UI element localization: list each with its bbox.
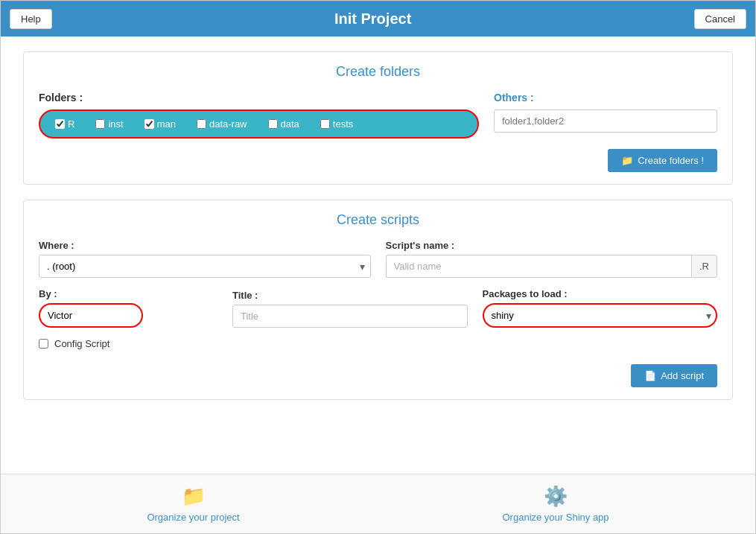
create-scripts-title: Create scripts (39, 212, 717, 228)
scripts-name-group: Script's name : .R (386, 240, 718, 278)
add-script-label: Add script (661, 370, 704, 381)
packages-label: Packages to load : (483, 288, 718, 299)
scripts-row-1: Where : . (root) R/ inst/ man/ ▾ (39, 240, 717, 278)
page-title: Init Project (52, 10, 694, 28)
create-folders-btn-label: Create folders ! (638, 155, 704, 166)
add-script-button[interactable]: 📄 Add script (631, 364, 717, 387)
checkbox-data-raw[interactable]: data-raw (186, 114, 258, 134)
folders-row: Folders : R inst man data-raw (39, 92, 717, 139)
footer: 📁 Organize your project ⚙️ Organize your… (1, 474, 755, 533)
scripts-name-wrap: .R (386, 255, 718, 278)
title-group: Title : (232, 290, 468, 328)
checkbox-man[interactable]: man (134, 114, 186, 134)
checkbox-inst-input[interactable] (95, 119, 105, 129)
scripts-name-label: Script's name : (386, 240, 718, 251)
organize-shiny-label: Organize your Shiny app (503, 512, 609, 523)
checkbox-group: R inst man data-raw data (39, 109, 479, 139)
scripts-name-ext: .R (691, 255, 717, 278)
organize-project-link[interactable]: 📁 Organize your project (147, 485, 239, 523)
others-label: Others : (494, 92, 717, 104)
folders-left: Folders : R inst man data-raw (39, 92, 479, 139)
folders-right: Others : (494, 92, 717, 133)
checkbox-inst[interactable]: inst (85, 114, 133, 134)
checkbox-man-input[interactable] (144, 119, 154, 129)
packages-select-wrap: shiny ggplot2 dplyr tidyr ▾ (483, 303, 718, 328)
folders-label: Folders : (39, 92, 479, 104)
where-select-wrap: . (root) R/ inst/ man/ ▾ (39, 255, 371, 278)
organize-project-label: Organize your project (147, 512, 239, 523)
checkbox-R-input[interactable] (55, 119, 65, 129)
by-group: By : (39, 288, 217, 328)
others-input[interactable] (494, 109, 717, 133)
create-scripts-section: Create scripts Where : . (root) R/ inst/… (23, 200, 733, 400)
checkbox-data-raw-input[interactable] (197, 119, 206, 129)
main-window: Help Init Project Cancel Create folders … (0, 0, 756, 534)
help-button[interactable]: Help (10, 9, 52, 29)
title-input[interactable] (232, 305, 468, 328)
add-script-row: 📄 Add script (39, 364, 717, 387)
packages-group: Packages to load : shiny ggplot2 dplyr t… (483, 288, 718, 328)
create-folders-btn-row: 📁 Create folders ! (39, 149, 717, 172)
add-script-icon: 📄 (644, 370, 656, 381)
create-folders-title: Create folders (39, 64, 717, 80)
checkbox-tests-input[interactable] (320, 119, 330, 129)
create-folders-section: Create folders Folders : R inst man (23, 51, 733, 185)
checkbox-data-input[interactable] (268, 119, 278, 129)
main-content: Create folders Folders : R inst man (1, 36, 755, 474)
where-group: Where : . (root) R/ inst/ man/ ▾ (39, 240, 371, 278)
checkbox-R[interactable]: R (45, 114, 85, 134)
scripts-row-2: By : Title : Packages to load : shiny gg… (39, 288, 717, 328)
title-label: Title : (232, 290, 468, 301)
where-label: Where : (39, 240, 371, 251)
organize-shiny-icon: ⚙️ (544, 485, 568, 508)
by-input[interactable] (39, 303, 143, 328)
config-script-checkbox[interactable] (39, 339, 48, 349)
by-label: By : (39, 288, 217, 299)
cancel-button[interactable]: Cancel (694, 9, 746, 29)
checkbox-data[interactable]: data (258, 114, 310, 134)
organize-project-icon: 📁 (182, 485, 206, 508)
checkbox-tests[interactable]: tests (310, 114, 363, 134)
config-row: Config Script (39, 338, 717, 349)
where-select[interactable]: . (root) R/ inst/ man/ (39, 255, 371, 278)
create-folders-button[interactable]: 📁 Create folders ! (608, 149, 717, 172)
config-script-label[interactable]: Config Script (54, 338, 109, 349)
scripts-name-input[interactable] (386, 255, 692, 278)
titlebar: Help Init Project Cancel (1, 1, 755, 36)
packages-select[interactable]: shiny ggplot2 dplyr tidyr (483, 303, 718, 328)
scripts-form: Where : . (root) R/ inst/ man/ ▾ (39, 240, 717, 387)
organize-shiny-link[interactable]: ⚙️ Organize your Shiny app (503, 485, 609, 523)
folder-icon: 📁 (621, 155, 633, 166)
